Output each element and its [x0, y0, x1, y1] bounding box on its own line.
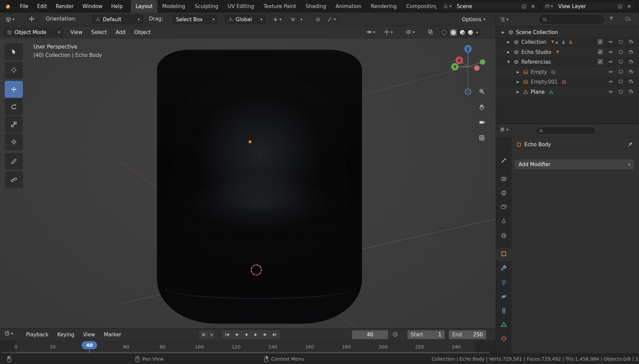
- tab-object[interactable]: [500, 250, 507, 257]
- outliner-row-referencias[interactable]: ▼ Referencias ✓: [496, 57, 639, 67]
- tool-transform[interactable]: [5, 133, 23, 150]
- tab-particles[interactable]: [500, 279, 507, 286]
- menu-view[interactable]: View: [66, 26, 87, 38]
- menu-file[interactable]: File: [16, 0, 33, 12]
- tool-rotate[interactable]: [5, 98, 23, 115]
- snap-options-dropdown[interactable]: ▾: [298, 15, 304, 24]
- current-frame-field[interactable]: 40: [352, 330, 388, 339]
- menu-render[interactable]: Render: [51, 0, 78, 12]
- menu-playback[interactable]: Playback: [22, 329, 53, 340]
- exclude-checkbox[interactable]: ✓: [598, 39, 603, 44]
- outliner-item-label[interactable]: Empty.001: [531, 79, 558, 85]
- disable-render-icon[interactable]: [628, 59, 634, 64]
- outliner-search-input[interactable]: [549, 17, 601, 22]
- snap-toggle-button[interactable]: [288, 15, 298, 24]
- tool-select-box[interactable]: [5, 43, 23, 60]
- workspace-tab-layout[interactable]: Layout: [131, 0, 157, 12]
- outliner-row-empty-001[interactable]: ▶ Empty.001: [496, 77, 639, 87]
- view-layer-browse-button[interactable]: ▾: [543, 2, 555, 10]
- blender-logo-icon[interactable]: [4, 2, 13, 10]
- mode-dropdown[interactable]: Object Mode ▾: [3, 28, 63, 37]
- tab-physics[interactable]: [500, 293, 507, 300]
- expander-icon[interactable]: ▼: [506, 60, 511, 64]
- proportional-falloff-dropdown[interactable]: ▾: [324, 15, 339, 24]
- menu-keying[interactable]: Keying: [53, 329, 79, 340]
- disable-render-icon[interactable]: [628, 49, 634, 55]
- timeline-ruler[interactable]: 0 20 40 60 80 100 120 140 160 180 200 22…: [0, 340, 496, 354]
- pan-button[interactable]: [478, 104, 485, 111]
- disable-viewport-icon[interactable]: [618, 89, 623, 94]
- disable-viewport-icon[interactable]: [618, 49, 623, 55]
- next-keyframe-button[interactable]: [260, 331, 269, 339]
- object-visibility-dropdown[interactable]: ▾: [366, 29, 375, 35]
- hide-eye-icon[interactable]: [608, 69, 613, 74]
- tool-scale[interactable]: [5, 116, 23, 133]
- tool-move[interactable]: [5, 81, 23, 98]
- outliner-item-label[interactable]: Empty: [531, 69, 547, 75]
- frame-end-field[interactable]: End 250: [449, 330, 486, 339]
- pin-id-button[interactable]: [627, 141, 633, 147]
- hide-eye-icon[interactable]: [608, 39, 613, 44]
- frame-start-field[interactable]: Start 1: [407, 330, 445, 339]
- hide-eye-icon[interactable]: [608, 49, 613, 55]
- show-overlays-dropdown[interactable]: ▾: [406, 29, 415, 35]
- remove-view-layer-button[interactable]: ×: [625, 2, 634, 10]
- disable-viewport-icon[interactable]: [618, 39, 623, 44]
- workspace-tab-rendering[interactable]: Rendering: [366, 0, 402, 12]
- tab-render[interactable]: [500, 176, 507, 182]
- workspace-tab-compositing[interactable]: Compositing: [401, 0, 436, 12]
- orientation-dropdown[interactable]: Default ▾: [92, 15, 143, 24]
- menu-edit[interactable]: Edit: [33, 0, 51, 12]
- disable-viewport-icon[interactable]: [618, 59, 623, 64]
- new-collection-button[interactable]: [625, 16, 631, 22]
- play-reverse-button[interactable]: [241, 331, 251, 339]
- exclude-checkbox[interactable]: ✓: [598, 49, 603, 55]
- workspace-tab-shading[interactable]: Shading: [301, 0, 331, 12]
- gizmo-neg-x-ball[interactable]: [474, 65, 480, 71]
- play-button[interactable]: [251, 331, 260, 339]
- expander-icon[interactable]: ▶: [506, 40, 511, 44]
- breadcrumb-object-name[interactable]: Echo Body: [524, 142, 551, 148]
- camera-view-button[interactable]: [478, 119, 485, 126]
- show-gizmos-dropdown[interactable]: ▾: [384, 29, 393, 35]
- shading-wireframe-button[interactable]: [442, 30, 447, 35]
- scene-browse-button[interactable]: ▾: [441, 2, 454, 10]
- hide-eye-icon[interactable]: [608, 79, 613, 84]
- keying-set-dropdown[interactable]: ▾: [209, 330, 214, 339]
- outliner-item-label[interactable]: Collection: [521, 39, 546, 45]
- outliner-row-plane[interactable]: ▶ Plane: [496, 87, 639, 97]
- shading-solid-button[interactable]: [450, 29, 457, 36]
- pivot-point-dropdown[interactable]: ▾: [269, 15, 285, 24]
- menu-view[interactable]: View: [79, 329, 99, 340]
- tool-cursor[interactable]: [5, 62, 23, 79]
- shading-material-button[interactable]: [460, 30, 465, 35]
- outliner-editor-type-button[interactable]: ▾: [499, 15, 509, 24]
- gizmo-neg-z-ball[interactable]: [465, 89, 471, 95]
- tab-scene[interactable]: [500, 218, 507, 224]
- outliner-row-echo-studio[interactable]: ▶ Echo Studio ✓: [496, 47, 639, 57]
- outliner-filter-button[interactable]: [609, 16, 614, 21]
- tab-constraints[interactable]: [500, 307, 507, 314]
- new-scene-button[interactable]: [520, 2, 528, 10]
- expander-icon[interactable]: ▶: [501, 30, 505, 34]
- outliner-row-collection[interactable]: ▶ Collection 4 ✓: [496, 37, 639, 47]
- expander-icon[interactable]: ▶: [506, 50, 511, 54]
- menu-select[interactable]: Select: [87, 26, 111, 38]
- timeline-editor-type-button[interactable]: ▾: [4, 330, 13, 336]
- unlink-scene-button[interactable]: ×: [528, 2, 538, 10]
- options-dropdown[interactable]: Options ▾: [459, 15, 488, 24]
- use-preview-range-button[interactable]: [392, 331, 398, 337]
- disable-render-icon[interactable]: [628, 89, 634, 94]
- menu-window[interactable]: Window: [78, 0, 107, 12]
- disable-viewport-icon[interactable]: [618, 69, 623, 74]
- workspace-tab-modeling[interactable]: Modeling: [157, 0, 190, 12]
- outliner-row-scene-collection[interactable]: ▶ Scene Collection: [496, 27, 639, 37]
- hide-eye-icon[interactable]: [608, 59, 613, 64]
- menu-marker[interactable]: Marker: [99, 329, 126, 340]
- outliner-search[interactable]: [539, 15, 604, 24]
- proportional-editing-button[interactable]: [313, 15, 323, 24]
- shading-rendered-button[interactable]: [468, 30, 473, 35]
- workspace-tab-uv-editing[interactable]: UV Editing: [223, 0, 259, 12]
- hide-eye-icon[interactable]: [608, 89, 613, 94]
- expander-icon[interactable]: ▶: [516, 80, 520, 84]
